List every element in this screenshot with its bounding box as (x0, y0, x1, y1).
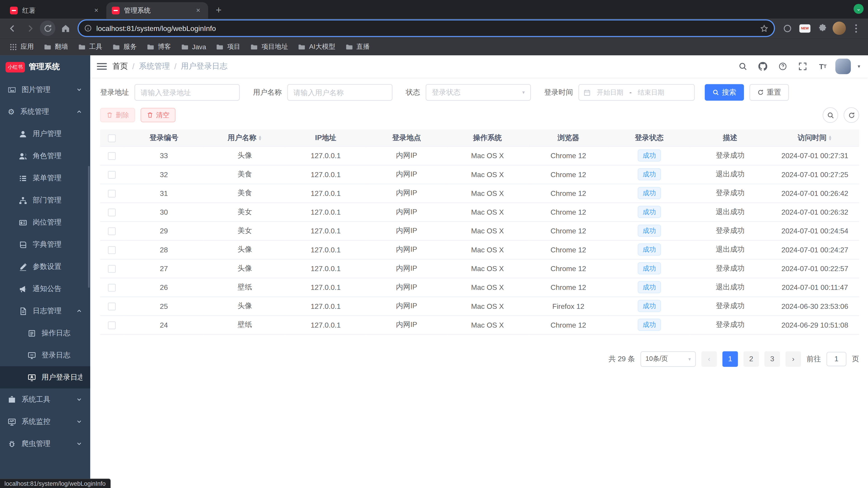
page-button-3[interactable]: 3 (765, 351, 780, 367)
table-row[interactable]: 29 美女 127.0.0.1 内网IP Mac OS X Chrome 12 … (100, 221, 859, 240)
sidebar-item-log-mgmt[interactable]: 日志管理 (0, 300, 90, 322)
tab-close-icon[interactable]: × (194, 6, 203, 15)
bookmark-folder[interactable]: 项目地址 (247, 40, 292, 53)
bookmark-folder[interactable]: 项目 (212, 40, 244, 53)
sidebar-item-post-mgmt[interactable]: 岗位管理 (0, 212, 90, 234)
row-checkbox[interactable] (108, 152, 116, 160)
bookmark-folder[interactable]: 博客 (143, 40, 175, 53)
bookmark-star-icon[interactable] (760, 24, 768, 33)
table-row[interactable]: 30 美女 127.0.0.1 内网IP Mac OS X Chrome 12 … (100, 202, 859, 221)
app-logo[interactable]: 小红书 管理系统 (0, 55, 90, 78)
table-row[interactable]: 26 壁纸 127.0.0.1 内网IP Mac OS X Chrome 12 … (100, 278, 859, 296)
home-icon[interactable] (58, 21, 73, 36)
user-name-input[interactable] (287, 84, 393, 101)
refresh-table-button[interactable] (844, 107, 859, 123)
browser-menu-kebab-icon[interactable] (848, 21, 864, 36)
bookmark-folder[interactable]: Java (177, 41, 210, 52)
next-page-button[interactable]: › (785, 351, 801, 367)
sort-carets-icon[interactable]: ▲▼ (828, 135, 832, 140)
header-search-icon[interactable] (736, 59, 750, 74)
avatar-caret-down-icon[interactable]: ▾ (858, 64, 860, 69)
reload-icon[interactable] (40, 21, 55, 36)
forward-icon[interactable] (22, 21, 38, 36)
table-row[interactable]: 24 壁纸 127.0.0.1 内网IP Mac OS X Chrome 12 … (100, 315, 859, 334)
chrome-profile-chevron-icon[interactable]: ⌄ (854, 4, 864, 14)
site-info-icon[interactable] (84, 24, 92, 32)
github-icon[interactable] (756, 59, 770, 74)
bookmark-folder[interactable]: 翻墙 (40, 40, 72, 53)
bookmark-apps[interactable]: 应用 (5, 40, 37, 53)
search-button[interactable]: 搜索 (705, 84, 744, 101)
delete-button[interactable]: 删除 (100, 108, 135, 123)
sidebar-item-system-tools[interactable]: 系统工具 (0, 388, 90, 411)
row-checkbox[interactable] (108, 171, 116, 178)
sync-status-icon[interactable] (779, 21, 795, 36)
sidebar-item-login-log[interactable]: 登录日志 (0, 344, 90, 366)
date-range-picker[interactable]: - (579, 84, 694, 101)
select-all-checkbox[interactable] (108, 134, 116, 142)
reset-button[interactable]: 重置 (749, 84, 789, 101)
sidebar-item-system-monitor[interactable]: 系统监控 (0, 411, 90, 433)
back-icon[interactable] (4, 21, 20, 36)
new-tab-button[interactable]: + (212, 3, 226, 18)
sidebar-item-param-settings[interactable]: 参数设置 (0, 256, 90, 278)
sidebar-item-dept-mgmt[interactable]: 部门管理 (0, 189, 90, 212)
page-button-2[interactable]: 2 (743, 351, 759, 367)
tab-close-icon[interactable]: × (92, 6, 101, 15)
sidebar-item-menu-mgmt[interactable]: 菜单管理 (0, 167, 90, 189)
fullscreen-icon[interactable] (796, 59, 810, 74)
page-button-1[interactable]: 1 (722, 351, 738, 367)
breadcrumb-home[interactable]: 首页 (112, 61, 128, 71)
user-avatar[interactable] (836, 59, 851, 74)
row-checkbox[interactable] (108, 246, 116, 254)
hamburger-icon[interactable] (97, 63, 107, 70)
row-checkbox[interactable] (108, 265, 116, 273)
clear-button[interactable]: 清空 (141, 108, 176, 123)
prev-page-button[interactable]: ‹ (702, 351, 717, 367)
bookmark-folder[interactable]: 服务 (108, 40, 141, 53)
table-row[interactable]: 33 头像 127.0.0.1 内网IP Mac OS X Chrome 12 … (100, 146, 859, 165)
row-checkbox[interactable] (108, 321, 116, 329)
browser-tab-inactive[interactable]: 红薯 × (4, 2, 106, 19)
start-date-input[interactable] (593, 88, 627, 97)
url-text[interactable]: localhost:81/system/log/webLoginInfo (96, 24, 756, 33)
help-icon[interactable] (776, 59, 790, 74)
sidebar-item-crawler-mgmt[interactable]: 爬虫管理 (0, 433, 90, 455)
sidebar-scrollbar-thumb[interactable] (88, 166, 90, 288)
status-select[interactable]: 登录状态 ▾ (426, 84, 531, 101)
sidebar-item-op-log[interactable]: 操作日志 (0, 322, 90, 344)
bookmark-folder[interactable]: AI大模型 (294, 40, 339, 53)
address-bar[interactable]: localhost:81/system/log/webLoginInfo (79, 21, 774, 36)
sidebar-item-system-mgmt[interactable]: ⚙ 系统管理 (0, 101, 90, 123)
sidebar-item-web-login-log[interactable]: 用户登录日志 (0, 366, 90, 388)
sidebar-item-role-mgmt[interactable]: 角色管理 (0, 145, 90, 167)
font-size-icon[interactable]: TT (815, 59, 830, 74)
row-checkbox[interactable] (108, 284, 116, 291)
row-checkbox[interactable] (108, 227, 116, 235)
table-row[interactable]: 32 美食 127.0.0.1 内网IP Mac OS X Chrome 12 … (100, 165, 859, 184)
browser-profile-avatar[interactable] (833, 22, 846, 35)
bookmark-folder[interactable]: 工具 (74, 40, 106, 53)
row-checkbox[interactable] (108, 302, 116, 310)
sidebar-item-notice[interactable]: 通知公告 (0, 278, 90, 300)
toggle-search-button[interactable] (823, 107, 838, 123)
login-address-input[interactable] (134, 84, 240, 101)
browser-tab-active[interactable]: 管理系统 × (106, 2, 208, 19)
table-row[interactable]: 25 头像 127.0.0.1 内网IP Mac OS X Firefox 12… (100, 297, 859, 315)
end-date-input[interactable] (634, 88, 668, 97)
page-size-select[interactable]: 10条/页 ▾ (640, 351, 696, 367)
bookmark-folder[interactable]: 直播 (341, 40, 373, 53)
goto-page-input[interactable] (827, 352, 846, 366)
row-checkbox[interactable] (108, 208, 116, 216)
table-row[interactable]: 27 头像 127.0.0.1 内网IP Mac OS X Chrome 12 … (100, 259, 859, 278)
sidebar-item-dict-mgmt[interactable]: 字典管理 (0, 233, 90, 256)
col-time[interactable]: 访问时间▲▼ (771, 129, 859, 146)
table-row[interactable]: 31 美食 127.0.0.1 内网IP Mac OS X Chrome 12 … (100, 184, 859, 202)
extension-new-badge-icon[interactable]: NEW (797, 21, 813, 36)
table-row[interactable]: 28 头像 127.0.0.1 内网IP Mac OS X Chrome 12 … (100, 240, 859, 259)
sort-carets-icon[interactable]: ▲▼ (258, 135, 262, 140)
extensions-puzzle-icon[interactable] (815, 21, 831, 36)
col-user-name[interactable]: 用户名称▲▼ (204, 129, 285, 146)
sidebar-item-user-mgmt[interactable]: 用户管理 (0, 123, 90, 145)
sidebar-item-image-mgmt[interactable]: 图片管理 (0, 78, 90, 101)
